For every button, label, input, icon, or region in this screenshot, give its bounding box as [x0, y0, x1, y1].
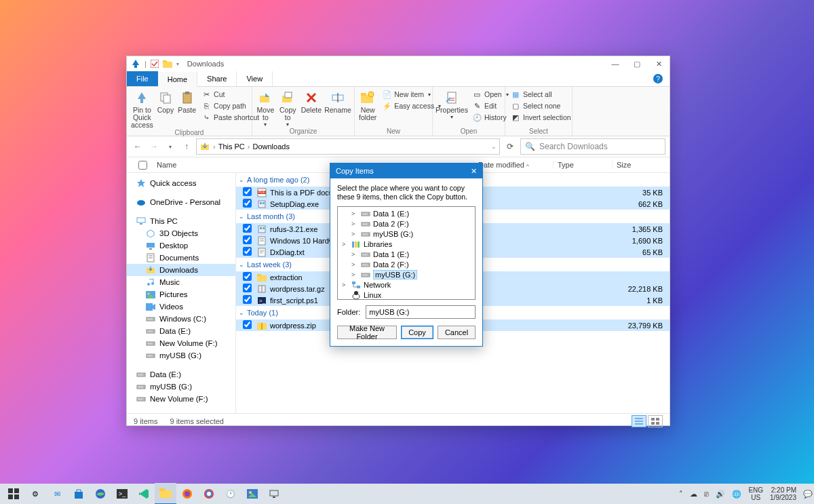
- edge-icon[interactable]: [90, 484, 111, 504]
- nav-music[interactable]: Music: [127, 276, 235, 288]
- refresh-button[interactable]: ⟳: [503, 142, 518, 151]
- clock[interactable]: 2:20 PM1/9/2023: [770, 486, 796, 501]
- dialog-folder-tree[interactable]: >Data 1 (E:)>Data 2 (F:)>myUSB (G:)>Libr…: [337, 206, 476, 300]
- minimize-button[interactable]: —: [604, 56, 626, 71]
- breadcrumb-pc[interactable]: This PC: [218, 142, 245, 151]
- notifications-icon[interactable]: 💬: [803, 490, 813, 499]
- nav-desktop[interactable]: Desktop: [127, 239, 235, 252]
- qat-checkbox-icon[interactable]: [151, 60, 159, 68]
- nav-onedrive-personal[interactable]: OneDrive - Personal: [127, 196, 235, 208]
- navigation-pane[interactable]: Quick accessOneDrive - PersonalThis PC3D…: [127, 173, 236, 413]
- start-button[interactable]: [3, 484, 24, 504]
- cut-button[interactable]: ✂Cut: [200, 89, 260, 100]
- nav-myusb-g-[interactable]: myUSB (G:): [127, 381, 235, 393]
- nav-videos[interactable]: Videos: [127, 301, 235, 313]
- tree-item[interactable]: >Data 1 (E:): [338, 249, 475, 259]
- clock-icon[interactable]: 🕐: [220, 484, 241, 504]
- tree-item[interactable]: >Data 2 (F:): [338, 218, 475, 229]
- copy-button[interactable]: Copy: [401, 326, 433, 339]
- nav-myusb-g-[interactable]: myUSB (G:): [127, 349, 235, 362]
- close-button[interactable]: ✕: [648, 56, 670, 71]
- edit-button[interactable]: ✎Edit: [471, 100, 510, 111]
- col-type[interactable]: Type: [554, 161, 613, 169]
- maximize-button[interactable]: ▢: [626, 56, 648, 71]
- qat-folder-icon[interactable]: [163, 60, 172, 68]
- tree-item[interactable]: >myUSB (G:): [338, 269, 475, 279]
- cancel-button[interactable]: Cancel: [438, 326, 476, 339]
- qat-dropdown-icon[interactable]: ▾: [176, 61, 179, 67]
- mail-icon[interactable]: ✉: [46, 484, 68, 504]
- new-folder-button[interactable]: New folder: [359, 88, 376, 121]
- recent-dropdown[interactable]: ▾: [163, 144, 177, 150]
- project-icon[interactable]: [263, 484, 285, 504]
- settings-icon[interactable]: ⚙: [24, 484, 46, 504]
- network-tray-icon[interactable]: 🌐: [732, 490, 741, 499]
- file-checkbox[interactable]: [243, 199, 252, 208]
- titlebar[interactable]: | ▾ Downloads — ▢ ✕: [127, 56, 670, 71]
- col-date[interactable]: Date modified ^: [474, 161, 554, 169]
- pin-icon[interactable]: [131, 59, 140, 69]
- details-view-button[interactable]: [632, 415, 646, 427]
- forward-button[interactable]: →: [147, 142, 161, 151]
- nav-downloads[interactable]: Downloads: [127, 264, 235, 276]
- select-all-button[interactable]: ▦Select all: [509, 89, 573, 100]
- address-bar[interactable]: › This PC › Downloads ⌄: [196, 138, 500, 155]
- tree-item[interactable]: >Data 1 (E:): [338, 208, 475, 218]
- search-box[interactable]: 🔍 Search Downloads: [520, 138, 665, 155]
- file-checkbox[interactable]: [243, 247, 252, 256]
- file-checkbox[interactable]: [243, 224, 252, 233]
- language-indicator[interactable]: ENGUS: [748, 486, 763, 501]
- pin-to-quick-access-button[interactable]: Pin to Quick access: [131, 88, 153, 129]
- history-button[interactable]: 🕘History: [471, 112, 510, 123]
- nav-new-volume-f-[interactable]: New Volume (F:): [127, 337, 235, 349]
- tree-item[interactable]: >Data 2 (F:): [338, 259, 475, 269]
- help-button[interactable]: ?: [646, 71, 670, 86]
- file-checkbox[interactable]: [243, 320, 252, 329]
- nav-network[interactable]: Network: [127, 412, 235, 413]
- nav-windows-c-[interactable]: Windows (C:): [127, 313, 235, 325]
- copy-button[interactable]: Copy: [157, 88, 174, 114]
- firefox-icon[interactable]: [176, 484, 198, 504]
- tab-file[interactable]: File: [127, 71, 158, 86]
- nav-data-e-[interactable]: Data (E:): [127, 368, 235, 381]
- cast-tray-icon[interactable]: ⎚: [704, 490, 709, 498]
- file-checkbox[interactable]: [243, 235, 252, 244]
- nav-pictures[interactable]: Pictures: [127, 288, 235, 301]
- nav-documents[interactable]: Documents: [127, 252, 235, 264]
- tree-item[interactable]: Linux: [338, 290, 475, 300]
- copy-to-button[interactable]: Copy to▾: [279, 88, 297, 128]
- paste-button[interactable]: Paste: [178, 88, 196, 114]
- file-checkbox[interactable]: [243, 272, 252, 281]
- nav-quick-access[interactable]: Quick access: [127, 177, 235, 189]
- dialog-close-button[interactable]: ✕: [471, 167, 477, 176]
- file-checkbox[interactable]: [243, 295, 252, 304]
- make-new-folder-button[interactable]: Make New Folder: [337, 326, 397, 339]
- folder-input[interactable]: [366, 305, 476, 319]
- address-dropdown-icon[interactable]: ⌄: [491, 143, 497, 150]
- volume-tray-icon[interactable]: 🔊: [716, 490, 725, 499]
- store-icon[interactable]: [68, 484, 90, 504]
- up-button[interactable]: ↑: [180, 142, 193, 151]
- terminal-icon[interactable]: >_: [111, 484, 133, 504]
- properties-button[interactable]: Properties▾: [437, 88, 467, 120]
- vscode-icon[interactable]: [133, 484, 155, 504]
- tree-item[interactable]: >Network: [338, 279, 475, 290]
- copy-path-button[interactable]: ⎘Copy path: [200, 100, 260, 111]
- nav-data-e-[interactable]: Data (E:): [127, 325, 235, 337]
- tab-home[interactable]: Home: [158, 72, 197, 87]
- invert-selection-button[interactable]: ◩Invert selection: [509, 112, 573, 123]
- file-checkbox[interactable]: [243, 284, 252, 292]
- paste-shortcut-button[interactable]: ⤷Paste shortcut: [200, 112, 260, 123]
- photos-icon[interactable]: [241, 484, 263, 504]
- delete-button[interactable]: Delete: [301, 88, 322, 114]
- select-all-checkbox[interactable]: [138, 161, 147, 170]
- breadcrumb-folder[interactable]: Downloads: [252, 142, 289, 151]
- tab-share[interactable]: Share: [197, 71, 237, 86]
- back-button[interactable]: ←: [131, 142, 144, 151]
- rename-button[interactable]: Rename: [326, 88, 350, 114]
- file-checkbox[interactable]: [243, 187, 252, 196]
- col-size[interactable]: Size: [613, 161, 670, 169]
- chrome-icon[interactable]: [198, 484, 220, 504]
- nav-3d-objects[interactable]: 3D Objects: [127, 227, 235, 239]
- select-none-button[interactable]: ▢Select none: [509, 100, 573, 111]
